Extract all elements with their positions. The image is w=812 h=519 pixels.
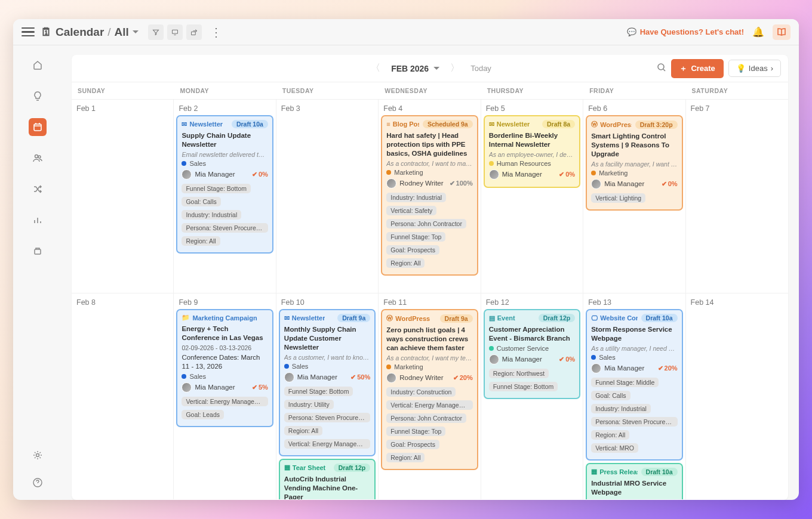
menu-icon[interactable]: [21, 26, 35, 39]
category-dot: [386, 170, 391, 175]
day-cell[interactable]: Feb 6ⓦWordPressDraft 3:20pSmart Lighting…: [583, 100, 685, 294]
svg-rect-1: [191, 32, 195, 35]
day-cell[interactable]: Feb 3: [276, 100, 379, 294]
sidebar-settings[interactable]: [29, 446, 47, 464]
help-book-button[interactable]: [773, 24, 791, 40]
chat-link[interactable]: 💬 Have Questions? Let's chat!: [627, 27, 744, 36]
card-type-label: Newsletter: [189, 121, 223, 128]
day-cell[interactable]: Feb 4≡Blog PostScheduled 9aHard hat safe…: [379, 100, 481, 294]
content-card[interactable]: ▦Tear SheetDraft 12pAutoCrib Industrial …: [279, 459, 376, 499]
sidebar-shuffle[interactable]: [29, 180, 47, 198]
content-card[interactable]: ✉NewsletterDraft 8aBorderline Bi-Weekly …: [484, 115, 580, 188]
plus-icon: ＋: [679, 63, 687, 74]
avatar: [386, 373, 396, 383]
day-cell[interactable]: Feb 13🖵Website Cont…Draft 10aStorm Respo…: [583, 294, 685, 499]
date-label: Feb 14: [688, 298, 786, 307]
breadcrumb-title[interactable]: Calendar: [56, 26, 104, 39]
content-card[interactable]: ≡Blog PostScheduled 9aHard hat safety | …: [381, 115, 478, 276]
sidebar-analytics[interactable]: [29, 211, 47, 229]
prev-month-button[interactable]: 〈: [368, 60, 383, 77]
avatar: [489, 169, 499, 180]
avatar: [489, 354, 499, 364]
card-type-icon: ▦: [284, 464, 290, 471]
sidebar-team[interactable]: [29, 149, 47, 167]
search-icon[interactable]: [657, 63, 666, 74]
card-tag: Goal: Prospects: [386, 245, 439, 255]
day-header: SATURDAY: [686, 82, 788, 100]
card-title: Borderline Bi-Weekly Internal Newsletter: [489, 131, 575, 149]
card-category: Sales: [284, 363, 370, 370]
card-type-icon: ▤: [489, 314, 495, 322]
content-card[interactable]: 📁Marketing CampaignEnergy + Tech Confere…: [176, 309, 273, 427]
sidebar-help[interactable]: [29, 474, 47, 492]
content-card[interactable]: ⓦWordPressDraft 9aZero punch list goals …: [381, 309, 478, 470]
card-tag: Persona: John Contractor: [386, 413, 466, 423]
card-tag: Goal: Calls: [182, 197, 220, 206]
sidebar-calendar[interactable]: [29, 118, 47, 136]
breadcrumb-filter[interactable]: All: [115, 26, 139, 39]
sidebar-ideas[interactable]: [29, 87, 47, 105]
card-title: Smart Lighting Control Systems | 9 Reaso…: [591, 132, 677, 159]
card-tag: Goal: Prospects: [386, 440, 439, 449]
card-tag: Vertical: Safety: [386, 206, 436, 215]
card-completion: ✔0%: [559, 171, 575, 178]
card-category: Marketing: [591, 169, 677, 177]
day-cell[interactable]: Feb 8: [72, 294, 174, 499]
month-picker[interactable]: FEB 2026: [391, 64, 439, 73]
day-cell[interactable]: Feb 14: [686, 294, 788, 499]
card-tag: Persona: Steven Procuremen: [182, 223, 267, 233]
card-title: Energy + Tech Conference in Las Vegas: [182, 325, 267, 342]
day-cell[interactable]: Feb 5✉NewsletterDraft 8aBorderline Bi-We…: [481, 100, 583, 294]
card-owner: Mia Manager: [182, 382, 235, 393]
category-dot: [591, 355, 596, 360]
day-cell[interactable]: Feb 12▤EventDraft 12pCustomer Appreciati…: [481, 294, 583, 499]
card-type-icon: ✉: [182, 121, 187, 128]
card-title: AutoCrib Industrial Vending Machine One-…: [284, 475, 370, 499]
content-card[interactable]: ✉NewsletterDraft 9aMonthly Supply Chain …: [279, 309, 376, 456]
day-cell[interactable]: Feb 1: [72, 100, 174, 294]
day-header: SUNDAY: [72, 82, 174, 100]
avatar: [386, 178, 396, 189]
today-button[interactable]: Today: [470, 64, 491, 73]
card-owner: Rodney Writer: [386, 178, 443, 189]
day-cell[interactable]: Feb 11ⓦWordPressDraft 9aZero punch list …: [379, 294, 481, 499]
day-cell[interactable]: Feb 10✉NewsletterDraft 9aMonthly Supply …: [276, 294, 379, 499]
create-button[interactable]: ＋Create: [671, 59, 723, 78]
date-label: Feb 6: [586, 104, 682, 113]
card-completion: ✔50%: [350, 373, 370, 381]
share-button[interactable]: [186, 24, 202, 40]
content-card[interactable]: ▤EventDraft 12pCustomer Appreciation Eve…: [484, 309, 580, 399]
card-tag: Region: All: [284, 426, 322, 435]
present-button[interactable]: [167, 24, 183, 40]
svg-point-8: [658, 64, 664, 70]
next-month-button[interactable]: 〉: [448, 60, 462, 77]
day-cell[interactable]: Feb 7: [686, 100, 788, 294]
card-type-label: Marketing Campaign: [192, 314, 257, 322]
bell-icon[interactable]: 🔔: [752, 26, 764, 38]
date-label: Feb 3: [279, 104, 376, 113]
card-tag: Goal: Calls: [591, 391, 630, 400]
filter-button[interactable]: [148, 24, 164, 40]
content-card[interactable]: 🖵Website Cont…Draft 10aStorm Response Se…: [586, 309, 682, 461]
content-card[interactable]: ⓦWordPressDraft 3:20pSmart Lighting Cont…: [586, 115, 682, 211]
card-type-label: Press Release: [599, 468, 637, 475]
day-header: FRIDAY: [583, 82, 685, 100]
card-category: Customer Service: [489, 345, 575, 352]
chevron-right-icon: ›: [771, 64, 773, 73]
status-pill: Draft 9a: [440, 314, 473, 323]
sidebar-assets[interactable]: [29, 242, 47, 260]
status-pill: Draft 10a: [641, 468, 678, 476]
card-type-icon: 📁: [182, 314, 190, 322]
card-category: Marketing: [386, 169, 472, 176]
sidebar-home[interactable]: [29, 56, 47, 74]
status-pill: Draft 3:20p: [635, 121, 678, 129]
card-title: Zero punch list goals | 4 ways construct…: [386, 326, 472, 353]
card-category: Sales: [182, 373, 267, 380]
day-cell[interactable]: Feb 2✉NewsletterDraft 10aSupply Chain Up…: [174, 100, 276, 294]
card-subtitle: As a customer, I want to know…: [284, 354, 370, 361]
day-cell[interactable]: Feb 9📁Marketing CampaignEnergy + Tech Co…: [174, 294, 276, 499]
ideas-button[interactable]: 💡Ideas›: [728, 60, 781, 77]
category-dot: [489, 346, 494, 351]
content-card[interactable]: ✉NewsletterDraft 10aSupply Chain Update …: [176, 115, 273, 254]
content-card[interactable]: ▦Press ReleaseDraft 10aIndustrial MRO Se…: [586, 463, 682, 499]
